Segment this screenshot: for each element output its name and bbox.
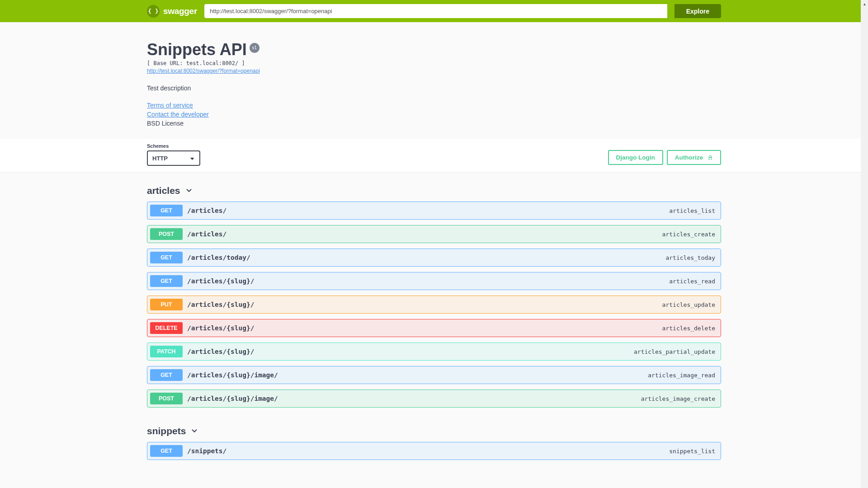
- swagger-logo[interactable]: { } swagger: [147, 5, 197, 18]
- http-method-badge: PUT: [150, 299, 183, 310]
- django-login-button[interactable]: Django Login: [608, 150, 663, 165]
- spec-link[interactable]: http://test.local:8002/swagger/?format=o…: [147, 68, 260, 74]
- scroll-up-arrow-icon[interactable]: ▴: [861, 0, 868, 7]
- operation-path: /articles/{slug}/image/: [187, 371, 278, 379]
- http-method-badge: GET: [150, 369, 183, 381]
- authorize-button[interactable]: Authorize: [667, 150, 721, 165]
- operation-row[interactable]: POST/articles/{slug}/image/articles_imag…: [147, 389, 721, 408]
- operation-row[interactable]: GET/snippets/snippets_list: [147, 442, 721, 460]
- operation-id: articles_partial_update: [634, 348, 715, 355]
- topbar: { } swagger Explore: [0, 0, 868, 22]
- operation-path: /articles/: [187, 230, 226, 238]
- operation-path: /articles/{slug}/: [187, 324, 254, 332]
- operation-id: articles_image_read: [648, 372, 715, 379]
- operation-row[interactable]: PUT/articles/{slug}/articles_update: [147, 296, 721, 314]
- operation-path: /articles/{slug}/: [187, 348, 254, 355]
- tag-name: articles: [147, 185, 180, 196]
- explore-button[interactable]: Explore: [675, 4, 721, 18]
- operation-id: articles_update: [662, 301, 715, 308]
- operation-row[interactable]: GET/articles/{slug}/image/articles_image…: [147, 366, 721, 384]
- tag-section-articles: articlesGET/articles/articles_listPOST/a…: [147, 173, 721, 408]
- http-method-badge: GET: [150, 445, 183, 457]
- api-info: Snippets API v1 [ Base URL: test.local:8…: [147, 22, 721, 139]
- base-url: [ Base URL: test.local:8002/ ]: [147, 60, 721, 66]
- operation-id: articles_today: [665, 254, 715, 261]
- operation-id: articles_image_create: [641, 395, 715, 402]
- chevron-down-icon: [190, 427, 198, 435]
- operation-id: articles_create: [662, 231, 715, 238]
- terms-of-service-link[interactable]: Terms of service: [147, 102, 193, 109]
- http-method-badge: GET: [150, 205, 183, 216]
- operation-row[interactable]: PATCH/articles/{slug}/articles_partial_u…: [147, 343, 721, 361]
- operation-row[interactable]: GET/articles/{slug}/articles_read: [147, 272, 721, 290]
- operation-row[interactable]: GET/articles/today/articles_today: [147, 249, 721, 267]
- operation-id: articles_delete: [662, 325, 715, 332]
- http-method-badge: GET: [150, 275, 183, 287]
- operation-row[interactable]: POST/articles/articles_create: [147, 225, 721, 243]
- swagger-logo-icon: { }: [147, 5, 160, 18]
- operation-path: /articles/{slug}/: [187, 301, 254, 308]
- tag-name: snippets: [147, 426, 186, 436]
- vertical-scrollbar[interactable]: ▴: [861, 0, 868, 465]
- unlock-icon: [708, 155, 713, 161]
- operation-path: /articles/: [187, 207, 226, 214]
- tag-header-snippets[interactable]: snippets: [147, 423, 721, 442]
- api-title: Snippets API: [147, 40, 247, 59]
- operation-row[interactable]: DELETE/articles/{slug}/articles_delete: [147, 319, 721, 337]
- license-text: BSD License: [147, 120, 721, 127]
- swagger-logo-text: swagger: [163, 6, 197, 16]
- http-method-badge: GET: [150, 252, 183, 263]
- operation-path: /snippets/: [187, 447, 226, 455]
- django-login-label: Django Login: [616, 154, 655, 161]
- operation-id: articles_list: [669, 207, 715, 214]
- operation-path: /articles/{slug}/image/: [187, 395, 278, 402]
- schemes-label: Schemes: [147, 143, 200, 149]
- operation-path: /articles/today/: [187, 254, 250, 261]
- api-description: Test description: [147, 84, 721, 92]
- http-method-badge: DELETE: [150, 322, 183, 334]
- contact-developer-link[interactable]: Contact the developer: [147, 111, 209, 118]
- operation-path: /articles/{slug}/: [187, 277, 254, 285]
- operation-id: articles_read: [669, 278, 715, 285]
- api-version-badge: v1: [250, 43, 259, 53]
- spec-url-input[interactable]: [204, 4, 667, 18]
- http-method-badge: PATCH: [150, 346, 183, 357]
- schemes-bar: Schemes HTTP Django Login Authorize: [0, 139, 868, 173]
- scheme-select[interactable]: HTTP: [147, 150, 200, 166]
- operation-row[interactable]: GET/articles/articles_list: [147, 202, 721, 220]
- operation-id: snippets_list: [669, 448, 715, 455]
- tag-section-snippets: snippetsGET/snippets/snippets_list: [147, 413, 721, 460]
- http-method-badge: POST: [150, 393, 183, 404]
- authorize-label: Authorize: [675, 154, 703, 161]
- chevron-down-icon: [185, 187, 193, 195]
- http-method-badge: POST: [150, 228, 183, 240]
- tag-header-articles[interactable]: articles: [147, 183, 721, 202]
